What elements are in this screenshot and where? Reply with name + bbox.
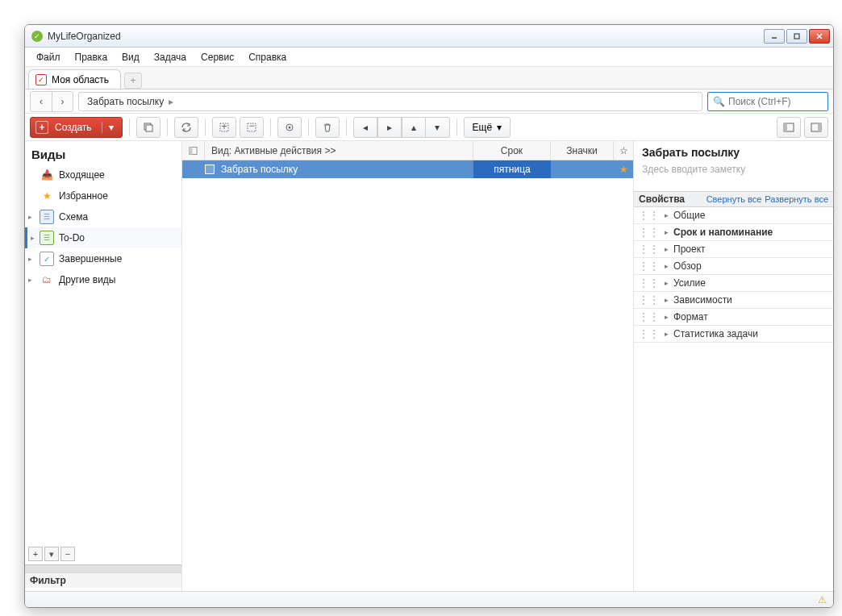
chevron-right-icon: ▸ xyxy=(169,96,173,107)
expand-icon[interactable]: ▸ xyxy=(28,276,32,284)
plus-icon: + xyxy=(35,121,48,134)
minimize-button[interactable] xyxy=(764,29,785,44)
breadcrumb[interactable]: Забрать посылку ▸ xyxy=(78,92,702,111)
task-star-cell[interactable]: ★ xyxy=(614,160,633,178)
create-button[interactable]: + Создать ▾ xyxy=(30,117,123,138)
workspace-tab[interactable]: ✓ Моя область xyxy=(28,69,121,89)
sidebar-item-favorites[interactable]: ★ Избранное xyxy=(25,185,181,206)
list-header: Вид: Активные действия >> Срок Значки ☆ xyxy=(182,141,633,160)
add-view-button[interactable]: + xyxy=(28,547,43,561)
menu-task[interactable]: Задача xyxy=(148,49,193,65)
prop-section-format[interactable]: ⋮⋮▸Формат xyxy=(634,309,833,326)
move-down-button[interactable]: ▾ xyxy=(426,117,450,138)
menubar: Файл Правка Вид Задача Сервис Справка xyxy=(25,48,833,67)
prop-section-project[interactable]: ⋮⋮▸Проект xyxy=(634,241,833,258)
more-button[interactable]: Ещё ▾ xyxy=(464,117,511,138)
sidebar-item-outline[interactable]: ▸ ☰ Схема xyxy=(25,206,181,227)
focus-button[interactable] xyxy=(277,117,302,138)
prop-section-due[interactable]: ⋮⋮▸Срок и напоминание xyxy=(634,224,833,241)
prop-section-effort[interactable]: ⋮⋮▸Усилие xyxy=(634,275,833,292)
expand-all-link[interactable]: Развернуть все xyxy=(765,194,828,204)
task-name: Забрать посылку xyxy=(221,164,298,175)
maximize-button[interactable] xyxy=(786,29,807,44)
move-left-button[interactable]: ◂ xyxy=(353,117,377,138)
warning-icon[interactable]: ⚠ xyxy=(818,594,827,606)
expand-all-button[interactable]: + xyxy=(212,117,236,138)
menu-service[interactable]: Сервис xyxy=(194,49,240,65)
delete-button[interactable] xyxy=(315,117,340,138)
more-label: Ещё xyxy=(473,122,493,133)
column-handle[interactable] xyxy=(182,141,205,160)
sidebar-footer: + ▾ − xyxy=(25,543,181,564)
view-menu-button[interactable]: ▾ xyxy=(44,547,59,561)
column-due[interactable]: Срок xyxy=(473,141,551,160)
statusbar: ⚠ xyxy=(25,591,833,607)
menu-view[interactable]: Вид xyxy=(115,49,146,65)
checkbox[interactable] xyxy=(205,164,215,174)
layout-right-button[interactable] xyxy=(804,117,828,138)
move-up-button[interactable]: ▴ xyxy=(402,117,426,138)
nav-row: ‹ › Забрать посылку ▸ 🔍 xyxy=(25,89,833,114)
separator xyxy=(167,119,168,136)
application-window: ✓ MyLifeOrganized Файл Правка Вид Задача… xyxy=(24,24,834,608)
view-label-cell[interactable]: Вид: Активные действия >> xyxy=(205,141,473,160)
task-list: Вид: Активные действия >> Срок Значки ☆ … xyxy=(182,141,633,591)
forward-button[interactable]: › xyxy=(52,92,73,111)
menu-edit[interactable]: Правка xyxy=(69,49,115,65)
app-icon: ✓ xyxy=(31,31,43,42)
separator xyxy=(205,119,206,136)
todo-icon: ☰ xyxy=(40,231,54,245)
sidebar-item-inbox[interactable]: 📥 Входящее xyxy=(25,164,181,185)
remove-view-button[interactable]: − xyxy=(60,547,75,561)
titlebar: ✓ MyLifeOrganized xyxy=(25,25,833,48)
note-input[interactable]: Здесь вводите заметку xyxy=(634,164,833,191)
details-title: Забрать посылку xyxy=(634,141,833,164)
toolbar-right xyxy=(777,117,828,138)
task-flags-cell[interactable] xyxy=(551,160,614,178)
prop-section-review[interactable]: ⋮⋮▸Обзор xyxy=(634,258,833,275)
column-star[interactable]: ☆ xyxy=(614,141,633,160)
svg-rect-5 xyxy=(146,125,152,131)
tabstrip: ✓ Моя область + xyxy=(25,67,833,89)
column-flags[interactable]: Значки xyxy=(551,141,614,160)
collapse-all-button[interactable]: − xyxy=(240,117,264,138)
separator xyxy=(270,119,271,136)
move-buttons: ◂ ▸ ▴ ▾ xyxy=(353,117,450,138)
prop-section-general[interactable]: ⋮⋮▸Общие xyxy=(634,207,833,224)
sidebar-item-todo[interactable]: ▸ ☰ To-Do xyxy=(25,227,181,248)
menu-file[interactable]: Файл xyxy=(30,49,67,65)
sidebar: Виды 📥 Входящее ★ Избранное ▸ ☰ Схема ▸ … xyxy=(25,141,182,591)
close-button[interactable] xyxy=(809,29,830,44)
expand-icon[interactable]: ▸ xyxy=(31,234,35,242)
inbox-icon: 📥 xyxy=(40,168,54,182)
move-right-button[interactable]: ▸ xyxy=(377,117,402,138)
back-button[interactable]: ‹ xyxy=(31,92,52,111)
layout-left-button[interactable] xyxy=(777,117,801,138)
views-icon: 🗂 xyxy=(40,273,54,287)
collapse-all-link[interactable]: Свернуть все xyxy=(707,194,762,204)
sync-button[interactable] xyxy=(174,117,198,138)
expand-icon[interactable]: ▸ xyxy=(28,255,32,263)
search-icon: 🔍 xyxy=(713,96,725,107)
chevron-down-icon: ▾ xyxy=(497,122,502,133)
details-pane: Забрать посылку Здесь вводите заметку Св… xyxy=(633,141,833,591)
chevron-down-icon: ▾ xyxy=(102,122,114,133)
prop-section-deps[interactable]: ⋮⋮▸Зависимости xyxy=(634,292,833,309)
outline-icon: ☰ xyxy=(40,210,54,224)
window-controls xyxy=(764,29,830,44)
task-row[interactable]: Забрать посылку пятница ★ xyxy=(182,160,633,178)
star-icon: ★ xyxy=(40,189,54,203)
sidebar-item-completed[interactable]: ▸ ✓ Завершенные xyxy=(25,248,181,269)
new-tab-button[interactable]: + xyxy=(124,73,142,89)
menu-help[interactable]: Справка xyxy=(242,49,293,65)
sidebar-item-other[interactable]: ▸ 🗂 Другие виды xyxy=(25,269,181,290)
search-box[interactable]: 🔍 xyxy=(707,92,828,111)
expand-icon[interactable]: ▸ xyxy=(28,213,32,221)
search-input[interactable] xyxy=(728,96,823,107)
filter-panel-header[interactable]: Фильтр xyxy=(25,572,181,588)
breadcrumb-item: Забрать посылку xyxy=(87,96,164,107)
scrollbar-stub xyxy=(25,564,181,572)
copy-button[interactable] xyxy=(136,117,160,138)
prop-section-stats[interactable]: ⋮⋮▸Статистика задачи xyxy=(634,326,833,343)
task-due-cell[interactable]: пятница xyxy=(473,160,551,178)
